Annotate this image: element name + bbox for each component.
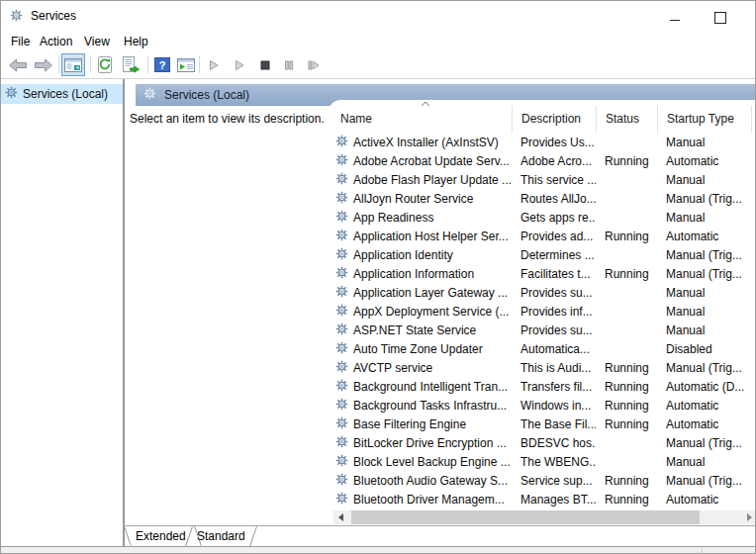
- table-row[interactable]: Background Intelligent Tran... Transfers…: [329, 377, 756, 396]
- service-description: Manages BT...: [512, 493, 596, 507]
- gear-icon: [335, 266, 348, 279]
- table-row[interactable]: AppX Deployment Service (... Provides in…: [329, 302, 756, 321]
- table-row[interactable]: Auto Time Zone Updater Automatica... Dis…: [329, 339, 756, 358]
- table-row[interactable]: AVCTP service This is Audi... Running Ma…: [329, 358, 756, 377]
- gear-icon: [335, 153, 348, 166]
- gear-icon: [335, 285, 348, 298]
- show-console-tree-button[interactable]: [61, 53, 85, 76]
- status-strip: [1, 547, 756, 554]
- service-description: Provides su...: [512, 286, 596, 300]
- service-description: Automatica...: [512, 342, 596, 356]
- service-status: Running: [596, 361, 657, 375]
- table-row[interactable]: Adobe Flash Player Update ... This servi…: [329, 170, 756, 189]
- stop-service-button[interactable]: [254, 53, 276, 76]
- table-row[interactable]: Application Information Facilitates t...…: [329, 264, 756, 283]
- service-name: Background Intelligent Tran...: [353, 380, 508, 394]
- menu-help[interactable]: Help: [121, 34, 151, 49]
- help-button[interactable]: ?: [150, 53, 174, 76]
- service-gear-icon: [335, 323, 348, 338]
- menu-file[interactable]: File: [8, 34, 33, 49]
- service-name: Application Layer Gateway ...: [353, 286, 508, 300]
- table-row[interactable]: App Readiness Gets apps re... Manual: [329, 208, 756, 227]
- table-row[interactable]: Background Tasks Infrastru... Windows in…: [329, 396, 756, 415]
- scrollbar-thumb[interactable]: [351, 510, 700, 524]
- service-startup-type: Manual (Trig...: [657, 361, 751, 375]
- service-description: Service sup...: [512, 474, 596, 488]
- table-row[interactable]: AllJoyn Router Service Routes AllJo... M…: [329, 189, 756, 208]
- table-row[interactable]: Bluetooth Driver Managem... Manages BT..…: [329, 490, 756, 508]
- scroll-right-icon: [747, 513, 752, 521]
- service-status: Running: [596, 230, 657, 243]
- forward-button[interactable]: [32, 53, 55, 76]
- table-row[interactable]: BitLocker Drive Encryption ... BDESVC ho…: [329, 433, 756, 452]
- service-gear-icon: [335, 454, 348, 470]
- table-row[interactable]: ASP.NET State Service Provides su... Man…: [329, 321, 756, 339]
- action-pane-icon: [177, 58, 195, 72]
- service-gear-icon: [335, 360, 348, 376]
- service-name: Application Host Helper Ser...: [353, 230, 509, 243]
- service-status: Running: [596, 267, 657, 281]
- service-startup-type: Manual (Trig...: [657, 248, 751, 262]
- service-name: ASP.NET State Service: [353, 323, 476, 337]
- console-tree-pane: Services (Local): [1, 79, 123, 546]
- minimize-button[interactable]: [662, 1, 692, 31]
- service-name: Background Tasks Infrastru...: [353, 399, 507, 413]
- menu-action[interactable]: Action: [37, 34, 75, 49]
- horizontal-scrollbar[interactable]: [333, 510, 756, 524]
- tree-item-services-local[interactable]: Services (Local): [1, 84, 123, 104]
- refresh-icon: [96, 56, 114, 73]
- gear-icon: [335, 473, 348, 486]
- table-row[interactable]: Base Filtering Engine The Base Fil... Ru…: [329, 415, 756, 433]
- column-header-name[interactable]: Name: [329, 106, 512, 133]
- column-header-status[interactable]: Status: [596, 106, 657, 133]
- service-startup-type: Manual (Trig...: [657, 192, 751, 206]
- show-action-pane-button[interactable]: [174, 53, 198, 76]
- scroll-left-button[interactable]: [333, 510, 347, 524]
- service-description: Routes AllJo...: [512, 192, 596, 206]
- stop-icon: [259, 59, 271, 71]
- table-row[interactable]: Application Layer Gateway ... Provides s…: [329, 283, 756, 302]
- help-icon: ?: [154, 57, 170, 72]
- service-description: Provides ad...: [512, 230, 596, 243]
- back-button[interactable]: [6, 53, 30, 76]
- scrollbar-track[interactable]: [347, 510, 742, 524]
- table-row[interactable]: Application Identity Determines ... Manu…: [329, 245, 756, 264]
- maximize-button[interactable]: [706, 1, 735, 31]
- service-status: Running: [596, 474, 657, 488]
- service-status: Running: [596, 493, 657, 507]
- restart-service-button[interactable]: [302, 53, 324, 76]
- export-list-icon: [122, 56, 141, 73]
- scroll-left-icon: [338, 513, 343, 521]
- tab-edge: [124, 526, 132, 546]
- service-gear-icon: [335, 247, 348, 263]
- toolbar: ?: [1, 50, 755, 79]
- refresh-button[interactable]: [93, 53, 117, 76]
- start-service-button[interactable]: [203, 53, 225, 76]
- column-header-startup-type[interactable]: Startup Type: [657, 106, 751, 133]
- export-list-button[interactable]: [119, 53, 142, 76]
- tab-edge: [249, 526, 257, 546]
- column-header-description[interactable]: Description: [512, 106, 596, 133]
- gear-icon: [335, 229, 348, 241]
- table-row[interactable]: Block Level Backup Engine ... The WBENG.…: [329, 452, 756, 471]
- table-row[interactable]: Bluetooth Audio Gateway S... Service sup…: [329, 471, 756, 490]
- tab-standard[interactable]: Standard: [197, 529, 245, 543]
- service-list-panel: Name Description Status Startup Type Act…: [329, 100, 756, 525]
- scroll-right-button[interactable]: [742, 510, 756, 524]
- table-row[interactable]: ActiveX Installer (AxInstSV) Provides Us…: [329, 133, 756, 151]
- service-name: AVCTP service: [353, 361, 432, 375]
- resume-service-button[interactable]: [229, 53, 250, 76]
- pause-service-button[interactable]: [278, 53, 300, 76]
- tab-extended[interactable]: Extended: [136, 529, 186, 543]
- service-gear-icon: [335, 435, 348, 451]
- pane-splitter[interactable]: [123, 79, 125, 546]
- service-description: This service ...: [512, 173, 596, 187]
- tree-item-label: Services (Local): [23, 87, 108, 101]
- table-row[interactable]: Adobe Acrobat Update Serv... Adobe Acro.…: [329, 151, 756, 170]
- back-arrow-icon: [8, 58, 28, 72]
- title-bar[interactable]: Services: [1, 1, 755, 31]
- table-row[interactable]: Application Host Helper Ser... Provides …: [329, 227, 756, 245]
- gear-icon: [5, 86, 18, 99]
- service-name: AllJoyn Router Service: [353, 192, 473, 206]
- menu-view[interactable]: View: [81, 34, 113, 49]
